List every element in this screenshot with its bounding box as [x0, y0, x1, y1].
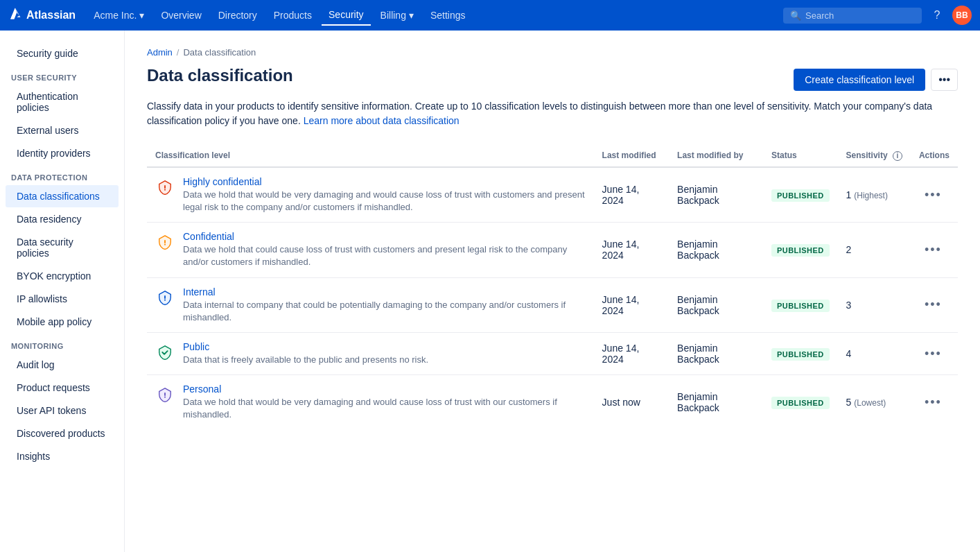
sidebar-item-product-requests[interactable]: Product requests	[6, 377, 119, 399]
sidebar-item-mobile-app-policy[interactable]: Mobile app policy	[6, 311, 119, 333]
cell-classification-level-personal: Personal Data we hold that would be very…	[147, 375, 594, 430]
page-description: Classify data in your products to identi…	[147, 99, 958, 128]
table-row: Confidential Data we hold that could cau…	[147, 223, 958, 277]
sidebar-item-ip-allowlists[interactable]: IP allowlists	[6, 288, 119, 310]
nav-org[interactable]: Acme Inc. ▾	[87, 6, 151, 25]
sidebar-item-identity-providers[interactable]: Identity providers	[6, 142, 119, 164]
sensitivity-info-icon[interactable]: i	[893, 151, 902, 161]
search-icon: 🔍	[790, 10, 801, 21]
cell-last-modified-highly-confidential: June 14, 2024	[594, 167, 669, 223]
classification-desc-highly-confidential: Data we hold that would be very damaging…	[183, 189, 586, 214]
nav-overview[interactable]: Overview	[154, 6, 208, 25]
cell-actions-highly-confidential: •••	[911, 167, 958, 223]
shield-icon-internal	[155, 288, 175, 307]
breadcrumb-separator: /	[177, 47, 180, 58]
cell-status-internal: PUBLISHED	[763, 277, 838, 332]
sidebar-item-security-guide[interactable]: Security guide	[6, 42, 119, 64]
learn-more-link[interactable]: Learn more about data classification	[304, 115, 460, 126]
shield-icon-highly-confidential	[155, 178, 175, 197]
cell-classification-level-public: Public Data that is freely available to …	[147, 332, 594, 374]
cell-classification-level-internal: Internal Data internal to company that c…	[147, 277, 594, 332]
row-more-button-highly-confidential[interactable]: •••	[919, 185, 947, 205]
status-badge-personal: PUBLISHED	[771, 397, 830, 409]
nav-billing[interactable]: Billing ▾	[374, 6, 421, 25]
atlassian-logo[interactable]: Atlassian	[8, 7, 76, 24]
sidebar-section-data-protection: Data Protection	[0, 165, 124, 184]
cell-sensitivity-highly-confidential: 1 (Highest)	[838, 167, 911, 223]
sidebar-item-data-residency[interactable]: Data residency	[6, 208, 119, 230]
shield-icon-public	[155, 343, 175, 362]
cell-status-public: PUBLISHED	[763, 332, 838, 374]
app-layout: Security guide User Security Authenticat…	[0, 31, 980, 552]
table-row: Highly confidential Data we hold that wo…	[147, 167, 958, 223]
sidebar-item-auth-policies[interactable]: Authentication policies	[6, 85, 119, 119]
sidebar-item-data-security-policies[interactable]: Data security policies	[6, 231, 119, 264]
header-actions: Create classification level •••	[794, 69, 958, 91]
search-box[interactable]: 🔍	[783, 8, 922, 24]
table-row: Personal Data we hold that would be very…	[147, 375, 958, 430]
classification-name-confidential[interactable]: Confidential	[183, 231, 586, 242]
classification-desc-personal: Data we hold that would be very damaging…	[183, 396, 586, 421]
classification-desc-internal: Data internal to company that could be p…	[183, 299, 586, 324]
row-more-button-confidential[interactable]: •••	[919, 240, 947, 260]
sidebar-item-user-api-tokens[interactable]: User API tokens	[6, 399, 119, 422]
sidebar-item-insights[interactable]: Insights	[6, 445, 119, 467]
cell-status-highly-confidential: PUBLISHED	[763, 167, 838, 223]
nav-products[interactable]: Products	[267, 6, 319, 25]
col-classification-level: Classification level	[147, 145, 594, 167]
atlassian-logo-icon	[8, 7, 22, 24]
sidebar-item-audit-log[interactable]: Audit log	[6, 354, 119, 376]
cell-last-modified-by-highly-confidential: Benjamin Backpack	[669, 167, 763, 223]
cell-actions-confidential: •••	[911, 223, 958, 277]
nav-directory[interactable]: Directory	[211, 6, 264, 25]
sidebar-item-byok-encryption[interactable]: BYOK encryption	[6, 265, 119, 287]
sidebar-item-external-users[interactable]: External users	[6, 119, 119, 141]
status-badge-confidential: PUBLISHED	[771, 244, 830, 257]
classification-name-highly-confidential[interactable]: Highly confidential	[183, 176, 586, 187]
sidebar-section-user-security: User Security	[0, 65, 124, 85]
breadcrumb-admin[interactable]: Admin	[147, 47, 173, 58]
avatar[interactable]: BB	[952, 6, 972, 25]
page-title: Data classification	[147, 66, 293, 85]
nav-settings[interactable]: Settings	[423, 6, 473, 25]
atlassian-brand-text: Atlassian	[26, 9, 76, 21]
row-more-button-internal[interactable]: •••	[919, 295, 947, 315]
classification-name-personal[interactable]: Personal	[183, 383, 586, 395]
col-status: Status	[763, 145, 838, 167]
classification-name-public[interactable]: Public	[183, 341, 428, 352]
cell-last-modified-by-personal: Benjamin Backpack	[669, 375, 763, 430]
cell-last-modified-public: June 14, 2024	[594, 332, 669, 374]
cell-last-modified-confidential: June 14, 2024	[594, 223, 669, 277]
table-row: Public Data that is freely available to …	[147, 332, 958, 374]
help-button[interactable]: ?	[927, 6, 947, 25]
status-badge-internal: PUBLISHED	[771, 300, 830, 312]
col-last-modified: Last modified	[594, 145, 669, 167]
col-actions: Actions	[911, 145, 958, 167]
row-more-button-public[interactable]: •••	[919, 344, 947, 364]
sidebar-item-discovered-products[interactable]: Discovered products	[6, 422, 119, 445]
cell-classification-level-highly-confidential: Highly confidential Data we hold that wo…	[147, 167, 594, 223]
create-classification-button[interactable]: Create classification level	[794, 69, 925, 91]
search-input[interactable]	[805, 10, 915, 21]
row-more-button-personal[interactable]: •••	[919, 393, 947, 413]
cell-sensitivity-internal: 3	[838, 277, 911, 332]
status-badge-highly-confidential: PUBLISHED	[771, 189, 830, 202]
breadcrumb: Admin / Data classification	[147, 47, 958, 58]
cell-actions-public: •••	[911, 332, 958, 374]
cell-status-confidential: PUBLISHED	[763, 223, 838, 277]
classification-desc-confidential: Data we hold that could cause loss of tr…	[183, 243, 586, 268]
main-content: Admin / Data classification Data classif…	[125, 31, 980, 552]
cell-sensitivity-public: 4	[838, 332, 911, 374]
col-last-modified-by: Last modified by	[669, 145, 763, 167]
cell-classification-level-confidential: Confidential Data we hold that could cau…	[147, 223, 594, 277]
cell-last-modified-by-public: Benjamin Backpack	[669, 332, 763, 374]
classification-name-internal[interactable]: Internal	[183, 286, 586, 297]
more-options-button[interactable]: •••	[931, 69, 958, 91]
nav-security[interactable]: Security	[322, 5, 371, 26]
ellipsis-icon: •••	[938, 74, 950, 86]
nav-items: Acme Inc. ▾ Overview Directory Products …	[87, 5, 772, 26]
sidebar-section-monitoring: Monitoring	[0, 334, 124, 353]
cell-last-modified-personal: Just now	[594, 375, 669, 430]
classifications-table: Classification level Last modified Last …	[147, 145, 958, 430]
sidebar-item-data-classifications[interactable]: Data classifications	[6, 185, 119, 207]
